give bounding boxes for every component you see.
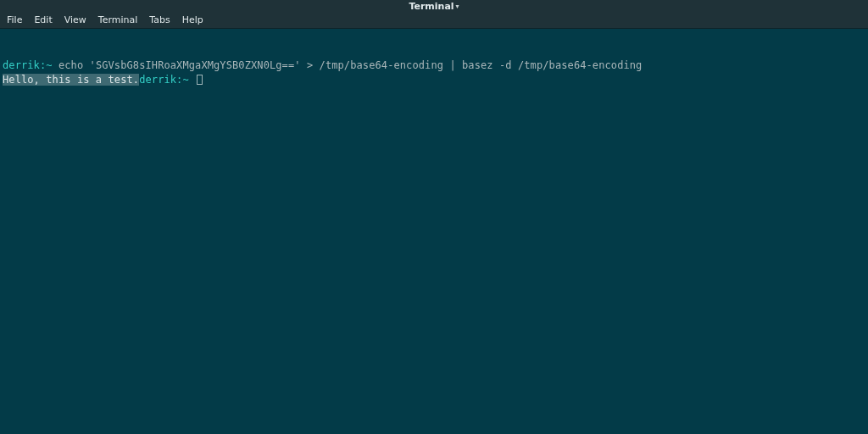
menu-terminal[interactable]: Terminal [97,14,140,28]
chevron-down-icon: ▾ [456,3,459,12]
command-text: echo 'SGVsbG8sIHRoaXMgaXMgYSB0ZXN0Lg==' … [53,59,643,71]
menu-view[interactable]: View [63,14,88,28]
window-titlebar: Terminal ▾ [0,0,868,14]
terminal-area[interactable]: derrik:~ echo 'SGVsbG8sIHRoaXMgaXMgYSB0Z… [0,29,868,434]
prompt: derrik:~ [3,59,53,71]
terminal-line-2: Hello, this is a test.derrik:~ [3,73,865,86]
menu-tabs[interactable]: Tabs [147,14,171,28]
menu-bar: File Edit View Terminal Tabs Help [0,14,868,29]
cursor-block [197,75,203,85]
prompt: derrik:~ [139,74,189,86]
command-output: Hello, this is a test. [3,74,139,86]
menu-help[interactable]: Help [181,14,205,28]
terminal-line-1: derrik:~ echo 'SGVsbG8sIHRoaXMgaXMgYSB0Z… [3,58,865,72]
menu-edit[interactable]: Edit [32,14,53,28]
menu-file[interactable]: File [5,14,24,28]
window-title: Terminal [409,1,453,14]
